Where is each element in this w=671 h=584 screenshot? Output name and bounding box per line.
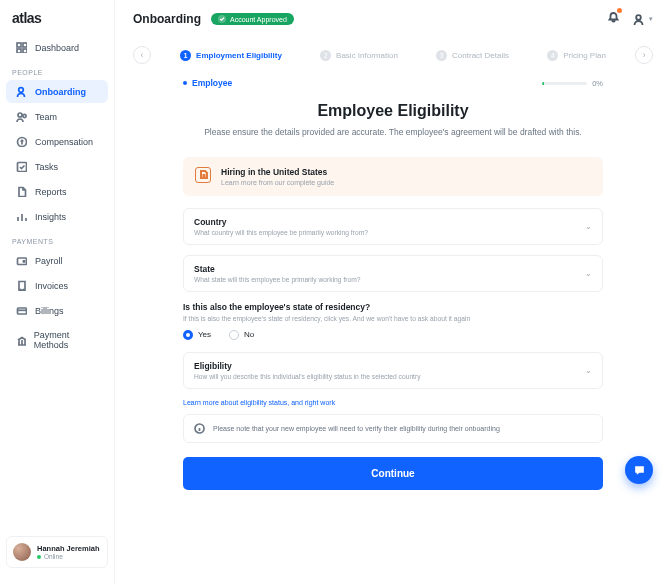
residency-hint: If this is also the employee's state of … <box>183 315 603 322</box>
page-title: Onboarding <box>133 12 201 26</box>
bank-icon <box>16 335 26 346</box>
step-1[interactable]: 1Employment Eligibility <box>180 50 282 61</box>
nav-compensation[interactable]: Compensation <box>6 130 108 153</box>
avatar <box>13 543 31 561</box>
nav-label: Onboarding <box>35 87 86 97</box>
chevron-down-icon: ▾ <box>649 15 653 23</box>
country-select[interactable]: Country What country will this employee … <box>183 208 603 245</box>
wallet-icon <box>16 255 27 266</box>
svg-rect-1 <box>23 43 27 47</box>
nav-payment-methods[interactable]: Payment Methods <box>6 324 108 356</box>
nav-label: Tasks <box>35 162 58 172</box>
step-prev-button[interactable]: ‹ <box>133 46 151 64</box>
nav-label: Dashboard <box>35 43 79 53</box>
info-text: Please note that your new employee will … <box>213 425 500 432</box>
svg-rect-3 <box>23 49 27 53</box>
info-note: Please note that your new employee will … <box>183 414 603 443</box>
user-name: Hannah Jeremiah <box>37 544 100 553</box>
help-fab[interactable] <box>625 456 653 484</box>
field-label: Eligibility <box>194 361 421 371</box>
file-icon <box>16 186 27 197</box>
users-icon <box>16 111 27 122</box>
receipt-icon <box>16 280 27 291</box>
tab-employee[interactable]: Employee <box>183 78 232 88</box>
field-hint: How will you describe this individual's … <box>194 373 421 380</box>
nav-onboarding[interactable]: Onboarding <box>6 80 108 103</box>
nav-label: Payment Methods <box>34 330 98 350</box>
status-badge: Account Approved <box>211 13 294 25</box>
user-icon <box>632 13 645 26</box>
chevron-down-icon: ⌄ <box>585 269 592 278</box>
step-next-button[interactable]: › <box>635 46 653 64</box>
nav-section-payments: PAYMENTS <box>0 228 114 249</box>
nav-label: Reports <box>35 187 67 197</box>
check-square-icon <box>16 161 27 172</box>
svg-point-4 <box>19 88 24 93</box>
user-menu[interactable]: ▾ <box>632 13 653 26</box>
nav-dashboard[interactable]: Dashboard <box>6 36 108 59</box>
step-4[interactable]: 4Pricing Plan <box>547 50 606 61</box>
hiring-notice[interactable]: Hiring in the United States Learn more f… <box>183 157 603 196</box>
grid-icon <box>16 42 27 53</box>
svg-rect-0 <box>17 43 21 47</box>
chevron-down-icon: ⌄ <box>585 366 592 375</box>
brand-logo: atlas <box>0 10 114 36</box>
notice-sub: Learn more from our complete guide <box>221 179 334 186</box>
check-icon <box>218 15 226 23</box>
chevron-down-icon: ⌄ <box>585 222 592 231</box>
nav-invoices[interactable]: Invoices <box>6 274 108 297</box>
nav-label: Team <box>35 112 57 122</box>
page-heading: Employee Eligibility <box>183 102 603 120</box>
notice-title: Hiring in the United States <box>221 167 334 177</box>
nav-label: Payroll <box>35 256 63 266</box>
svg-point-10 <box>23 261 25 263</box>
eligibility-select[interactable]: Eligibility How will you describe this i… <box>183 352 603 389</box>
residency-radios: Yes No <box>183 330 603 340</box>
field-hint: What country will this employee be prima… <box>194 229 368 236</box>
document-icon <box>195 167 211 183</box>
progress-indicator: 0% <box>542 79 603 88</box>
nav-label: Billings <box>35 306 64 316</box>
nav-section-people: PEOPLE <box>0 59 114 80</box>
stepper: ‹ 1Employment Eligibility 2Basic Informa… <box>133 46 653 64</box>
continue-button[interactable]: Continue <box>183 457 603 490</box>
notification-dot <box>617 8 622 13</box>
svg-point-6 <box>23 114 26 117</box>
svg-point-13 <box>636 15 641 20</box>
info-icon <box>194 423 205 434</box>
radio-yes[interactable]: Yes <box>183 330 211 340</box>
state-select[interactable]: State What state will this employee be p… <box>183 255 603 292</box>
card-icon <box>16 305 27 316</box>
nav-payroll[interactable]: Payroll <box>6 249 108 272</box>
topbar: Onboarding Account Approved ▾ <box>133 10 653 28</box>
nav-label: Invoices <box>35 281 68 291</box>
nav-reports[interactable]: Reports <box>6 180 108 203</box>
svg-point-5 <box>18 113 22 117</box>
nav-label: Compensation <box>35 137 93 147</box>
nav-tasks[interactable]: Tasks <box>6 155 108 178</box>
user-card[interactable]: Hannah Jeremiah Online <box>6 536 108 568</box>
field-hint: What state will this employee be primari… <box>194 276 361 283</box>
radio-no[interactable]: No <box>229 330 254 340</box>
nav-insights[interactable]: Insights <box>6 205 108 228</box>
step-2[interactable]: 2Basic Information <box>320 50 398 61</box>
user-status: Online <box>37 553 100 560</box>
nav-billings[interactable]: Billings <box>6 299 108 322</box>
field-label: Country <box>194 217 368 227</box>
chat-icon <box>633 464 646 477</box>
coins-icon <box>16 136 27 147</box>
step-3[interactable]: 3Contract Details <box>436 50 509 61</box>
svg-rect-2 <box>17 49 21 53</box>
page-subheading: Please ensure the details provided are a… <box>183 126 603 139</box>
nav-label: Insights <box>35 212 66 222</box>
main: Onboarding Account Approved ▾ ‹ <box>115 0 671 584</box>
sidebar: atlas Dashboard PEOPLE Onboarding Team C… <box>0 0 115 584</box>
nav-team[interactable]: Team <box>6 105 108 128</box>
field-label: State <box>194 264 361 274</box>
chart-icon <box>16 211 27 222</box>
residency-question: Is this also the employee's state of res… <box>183 302 603 312</box>
notifications-button[interactable] <box>607 10 620 28</box>
user-plus-icon <box>16 86 27 97</box>
learn-more-link[interactable]: Learn more about eligibility status, and… <box>183 399 603 406</box>
